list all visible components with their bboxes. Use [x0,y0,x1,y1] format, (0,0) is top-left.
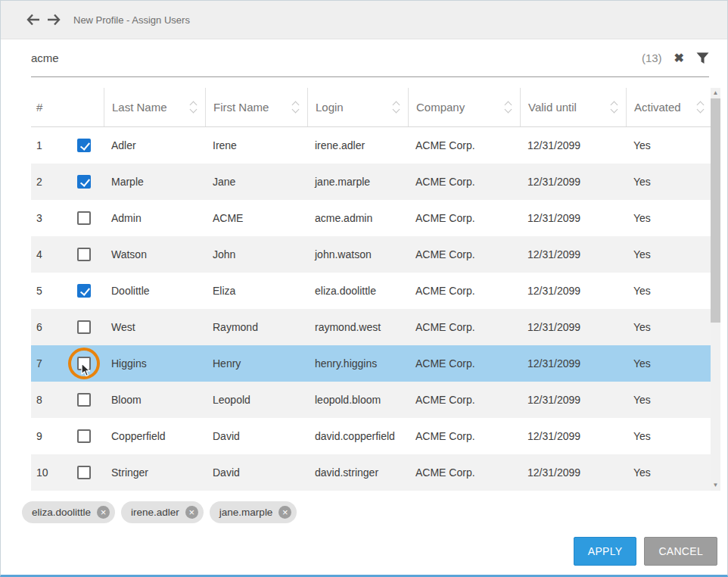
activated-cell: Yes [626,345,712,382]
last-name-cell: Bloom [104,382,205,418]
company-cell: ACME Corp. [408,454,520,491]
chip-label: irene.adler [131,507,179,518]
first-name-cell: Irene [205,127,307,164]
assign-users-dialog: New Profile - Assign Users (13) ✖ # Last… [0,0,728,577]
apply-button[interactable]: APPLY [574,537,637,566]
login-cell: eliza.doolittle [307,273,408,309]
row-checkbox[interactable] [77,139,91,152]
col-header-last-name[interactable]: Last Name [104,88,205,126]
company-cell: ACME Corp. [408,273,520,309]
login-cell: david.stringer [307,454,408,491]
row-checkbox[interactable] [77,429,91,443]
row-checkbox[interactable] [77,248,91,261]
topbar: New Profile - Assign Users [1,1,727,39]
last-name-cell: Watson [104,236,205,273]
row-checkbox[interactable] [77,466,91,479]
cancel-button[interactable]: CANCEL [644,537,717,566]
valid-until-cell: 12/31/2099 [520,127,626,164]
row-number-cell: 4 [31,236,104,273]
row-checkbox[interactable] [77,357,91,370]
scroll-up-icon[interactable]: ▲ [711,88,720,98]
last-name-cell: Marple [104,164,205,200]
row-number-cell: 3 [31,200,104,236]
col-header-login[interactable]: Login [307,88,408,126]
login-cell: john.watson [307,236,408,273]
sort-icon [191,102,196,112]
company-cell: ACME Corp. [408,164,520,200]
row-number-cell: 1 [31,127,104,164]
row-checkbox[interactable] [77,284,91,298]
row-checkbox[interactable] [77,393,91,407]
sort-icon [506,102,511,112]
valid-until-cell: 12/31/2099 [520,418,626,454]
table-row[interactable]: 6WestRaymondraymond.westACME Corp.12/31/… [31,309,712,345]
table-row[interactable]: 5DoolittleElizaeliza.doolittleACME Corp.… [31,273,712,309]
valid-until-cell: 12/31/2099 [520,200,626,236]
chip-remove-icon[interactable]: × [97,506,110,519]
row-number-cell: 7 [31,345,104,382]
forward-arrow-icon[interactable] [47,14,61,26]
chip-remove-icon[interactable]: × [185,506,198,519]
valid-until-cell: 12/31/2099 [520,454,626,491]
sort-icon [394,102,399,112]
chip-label: jane.marple [219,507,273,518]
first-name-cell: Eliza [205,273,307,309]
window-title: New Profile - Assign Users [73,14,190,26]
last-name-cell: Higgins [104,345,205,382]
scroll-down-icon[interactable]: ▼ [711,480,720,491]
valid-until-cell: 12/31/2099 [520,273,626,309]
dialog-actions: APPLY CANCEL [574,537,717,566]
back-arrow-icon[interactable] [26,14,40,26]
activated-cell: Yes [626,309,712,345]
table-row[interactable]: 10StringerDaviddavid.stringerACME Corp.1… [31,454,712,491]
activated-cell: Yes [626,454,712,491]
company-cell: ACME Corp. [408,382,520,418]
login-cell: jane.marple [307,164,408,200]
scrollbar-thumb[interactable] [711,98,720,323]
col-header-activated[interactable]: Activated [626,88,712,126]
row-number: 5 [36,285,77,297]
col-header-company[interactable]: Company [408,88,520,126]
login-cell: acme.admin [307,200,408,236]
col-header-valid-until[interactable]: Valid until [520,88,626,126]
activated-cell: Yes [626,164,712,200]
company-cell: ACME Corp. [408,345,520,382]
first-name-cell: David [205,418,307,454]
last-name-cell: Stringer [104,454,205,491]
valid-until-cell: 12/31/2099 [520,345,626,382]
table-header-row: # Last Name First Name Login Company [31,88,712,127]
row-checkbox[interactable] [77,175,91,189]
col-header-first-name[interactable]: First Name [205,88,307,126]
row-number-cell: 9 [31,418,104,454]
row-number-cell: 8 [31,382,104,418]
chip-label: eliza.doolittle [32,507,91,518]
activated-cell: Yes [626,127,712,164]
selected-user-chip[interactable]: jane.marple× [210,501,297,523]
table-row[interactable]: 1AdlerIreneirene.adlerACME Corp.12/31/20… [31,127,712,164]
table-row[interactable]: 4WatsonJohnjohn.watsonACME Corp.12/31/20… [31,236,712,273]
table-row[interactable]: 3AdminACMEacme.adminACME Corp.12/31/2099… [31,200,712,236]
row-number: 6 [36,321,77,333]
table-row[interactable]: 9CopperfieldDaviddavid.copperfieldACME C… [31,418,712,454]
first-name-cell: David [205,454,307,491]
filter-icon[interactable] [696,52,709,64]
login-cell: raymond.west [307,309,408,345]
selected-user-chip[interactable]: irene.adler× [121,501,204,523]
filter-bar: (13) ✖ [31,39,709,77]
first-name-cell: Raymond [205,309,307,345]
first-name-cell: Jane [205,164,307,200]
first-name-cell: Henry [205,345,307,382]
row-checkbox[interactable] [77,211,91,225]
table-row[interactable]: 7HigginsHenryhenry.higginsACME Corp.12/3… [31,345,712,382]
search-input[interactable] [31,51,642,64]
selected-user-chip[interactable]: eliza.doolittle× [22,501,115,523]
table-row[interactable]: 8BloomLeopoldleopold.bloomACME Corp.12/3… [31,382,712,418]
vertical-scrollbar[interactable]: ▲ ▼ [711,88,720,491]
chip-remove-icon[interactable]: × [278,506,291,519]
login-cell: irene.adler [307,127,408,164]
clear-filter-icon[interactable]: ✖ [674,51,684,65]
row-checkbox[interactable] [77,320,91,334]
table-row[interactable]: 2MarpleJanejane.marpleACME Corp.12/31/20… [31,164,712,200]
company-cell: ACME Corp. [408,200,520,236]
col-header-number[interactable]: # [31,88,104,126]
